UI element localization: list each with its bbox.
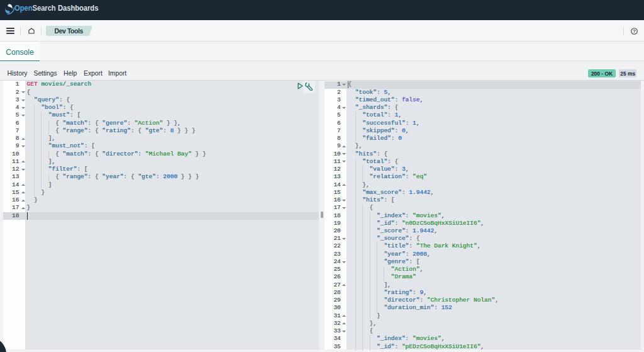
svg-text:?: ? xyxy=(633,28,636,34)
